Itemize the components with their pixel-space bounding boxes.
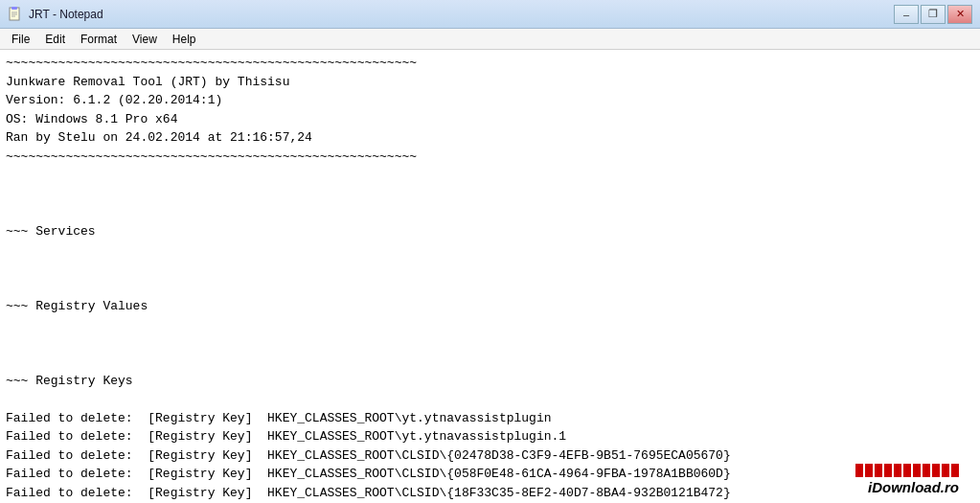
menu-file[interactable]: File: [4, 31, 37, 48]
menu-format[interactable]: Format: [73, 31, 125, 48]
window-title: JRT - Notepad: [29, 8, 103, 21]
close-button[interactable]: ✕: [947, 5, 972, 24]
text-content[interactable]: ~~~~~~~~~~~~~~~~~~~~~~~~~~~~~~~~~~~~~~~~…: [0, 50, 980, 503]
watermark-text: iDownload.ro: [868, 479, 959, 495]
bar-segment: [903, 464, 911, 477]
watermark: iDownload.ro: [855, 464, 959, 495]
menu-edit[interactable]: Edit: [37, 31, 73, 48]
notepad-icon: [8, 7, 23, 22]
bar-segment: [923, 464, 930, 477]
bar-segment: [884, 464, 892, 477]
title-bar-left: JRT - Notepad: [8, 7, 103, 22]
restore-button[interactable]: ❐: [921, 5, 946, 24]
bar-segment: [894, 464, 901, 477]
bar-segment: [951, 464, 959, 477]
bar-segment: [865, 464, 873, 477]
notepad-body: ~~~~~~~~~~~~~~~~~~~~~~~~~~~~~~~~~~~~~~~~…: [0, 50, 980, 503]
bar-segment: [875, 464, 882, 477]
bar-segment: [913, 464, 921, 477]
bar-segment: [855, 464, 863, 477]
notepad-wrapper: ~~~~~~~~~~~~~~~~~~~~~~~~~~~~~~~~~~~~~~~~…: [0, 50, 980, 503]
menu-help[interactable]: Help: [165, 31, 204, 48]
window-controls: – ❐ ✕: [894, 5, 972, 24]
title-bar: JRT - Notepad – ❐ ✕: [0, 0, 980, 29]
menu-view[interactable]: View: [125, 31, 165, 48]
svg-rect-1: [11, 7, 17, 10]
minimize-button[interactable]: –: [894, 5, 919, 24]
bar-segment: [942, 464, 949, 477]
menu-bar: File Edit Format View Help: [0, 29, 980, 50]
watermark-bar-graphic: [855, 464, 959, 477]
bar-segment: [932, 464, 940, 477]
